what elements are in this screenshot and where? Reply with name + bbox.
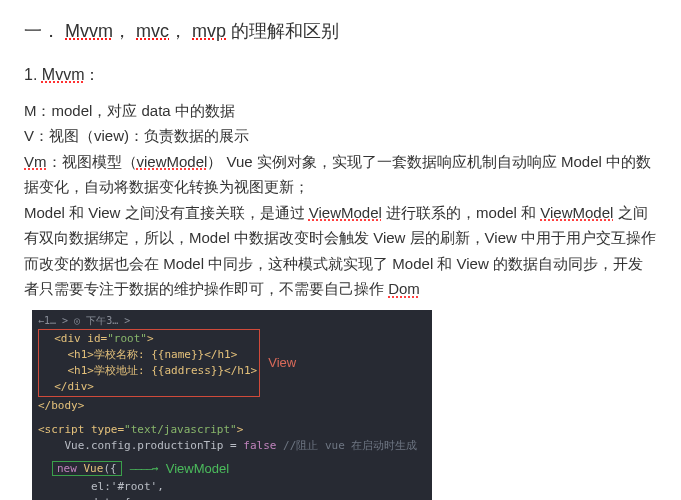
u-viewmodel2: ViewModel [540,204,613,221]
code-line: el:'#root', data:{ [38,479,426,500]
title-suffix: 的理解和区别 [226,21,339,41]
title-word-mvp: mvp [192,21,226,41]
title-prefix: 一． [24,21,60,41]
t: Model 和 View 之间没有直接关联，是通过 [24,204,309,221]
code-screenshot: ←1… > ◎ 下午3… > <div id="root"> <h1>学校名称:… [32,310,432,500]
page-title: 一． Mvvm， mvc， mvp 的理解和区别 [24,16,657,47]
u-viewmodel: ViewModel [309,204,382,221]
sep: ， [169,21,187,41]
section-number: 1. [24,66,37,83]
section-word: Mvvm [42,66,85,83]
code-line: <script type="text/javascript"> Vue.conf… [38,422,426,454]
code-line: <div id="root"> <h1>学校名称: {{name}}</h1> … [41,331,257,395]
title-word-mvvm: Mvvm [65,21,113,41]
arrow-icon: ————→ [130,461,158,477]
viewmodel-row: new Vue({ ————→ ViewModel [38,460,426,479]
label-viewmodel: ViewModel [166,460,229,479]
title-word-mvc: mvc [136,21,169,41]
code-line: </body> [38,398,426,414]
line-para2: Model 和 View 之间没有直接关联，是通过 ViewModel 进行联系… [24,200,657,302]
u-dom: Dom [388,280,420,297]
t: 进行联系的，model 和 [382,204,540,221]
line-vm: Vm：视图模型（viewModel） Vue 实例对象，实现了一套数据响应机制自… [24,149,657,200]
section-colon: ： [84,66,100,83]
viewmodel-block: new Vue({ [52,461,122,476]
label-view: View [268,354,296,373]
sep: ， [113,21,131,41]
line-v: V：视图（view)：负责数据的展示 [24,123,657,149]
t: ：视图模型（ [47,153,137,170]
view-block: <div id="root"> <h1>学校名称: {{name}}</h1> … [38,329,260,397]
line-m: M：model，对应 data 中的数据 [24,98,657,124]
editor-breadcrumb: ←1… > ◎ 下午3… > [38,314,426,329]
u-vm: Vm [24,153,47,170]
section-heading: 1. Mvvm： [24,61,657,88]
u-viewmodel: viewModel [137,153,208,170]
